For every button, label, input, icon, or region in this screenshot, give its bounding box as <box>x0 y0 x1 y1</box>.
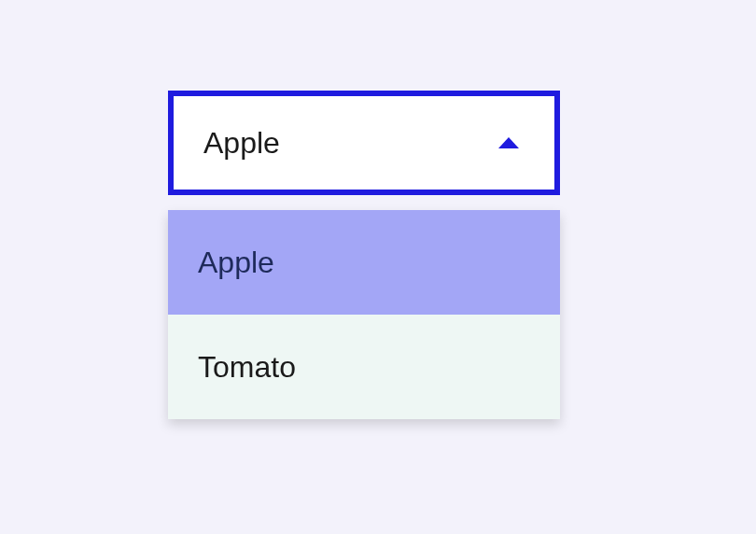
dropdown-trigger[interactable]: Apple <box>168 91 560 195</box>
dropdown-list: Apple Tomato <box>168 210 560 419</box>
dropdown: Apple Apple Tomato <box>168 91 560 419</box>
chevron-up-icon <box>498 137 519 148</box>
dropdown-option-apple[interactable]: Apple <box>168 210 560 315</box>
dropdown-option-label: Apple <box>198 246 274 280</box>
dropdown-option-label: Tomato <box>198 350 296 385</box>
dropdown-option-tomato[interactable]: Tomato <box>168 315 560 419</box>
dropdown-selected-value: Apple <box>203 126 280 161</box>
